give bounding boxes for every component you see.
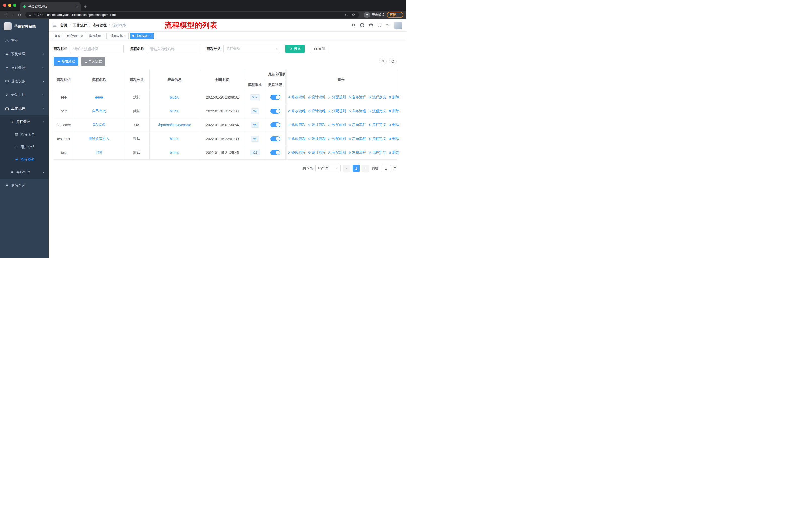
modify-process-link[interactable]: 修改流程 (288, 137, 306, 141)
process-name-link[interactable]: eeee (95, 95, 103, 99)
sidebar-item-请假查询[interactable]: 请假查询 (0, 179, 49, 192)
sidebar-item-系统管理[interactable]: 系统管理 (0, 47, 49, 61)
delete-link[interactable]: 删除 (388, 109, 399, 113)
close-window-button[interactable] (3, 4, 6, 7)
process-definition-link[interactable]: 流程定义 (368, 109, 386, 113)
sidebar-item-流程模型[interactable]: 流程模型 (0, 154, 49, 166)
breadcrumb-item[interactable]: 工作流程 (73, 23, 87, 28)
page-size-select[interactable]: 10条/页 (315, 165, 341, 172)
fullscreen-icon[interactable] (377, 23, 382, 27)
modify-process-link[interactable]: 修改流程 (288, 95, 306, 100)
toggle-search-button[interactable] (379, 58, 387, 65)
process-definition-link[interactable]: 流程定义 (368, 151, 386, 155)
forward-button[interactable] (9, 13, 16, 17)
update-button[interactable]: 更新 (387, 12, 404, 18)
sidebar-item-首页[interactable]: 首页 (0, 34, 49, 47)
process-name-link[interactable]: OA 请假 (93, 123, 106, 127)
process-name-input[interactable] (147, 45, 200, 53)
modify-process-link[interactable]: 修改流程 (288, 151, 306, 155)
back-button[interactable] (2, 13, 9, 17)
design-process-link[interactable]: 设计流程 (308, 151, 326, 155)
tag-首页[interactable]: 首页 (53, 32, 63, 39)
publish-process-link[interactable]: 发布流程 (348, 123, 366, 127)
breadcrumb-item[interactable]: 首页 (60, 23, 67, 28)
address-bar[interactable]: 不安全 dashboard.yudao.iocoder.cn/bpm/manag… (25, 11, 359, 18)
process-name-link[interactable]: 自己审批 (92, 109, 106, 113)
assign-rule-link[interactable]: 分配规则 (328, 151, 346, 155)
close-tab-icon[interactable]: × (76, 4, 78, 8)
goto-page-input[interactable] (381, 165, 391, 172)
assign-rule-link[interactable]: 分配规则 (328, 137, 346, 141)
active-switch[interactable] (270, 109, 281, 114)
publish-process-link[interactable]: 发布流程 (348, 109, 366, 113)
form-info-link[interactable]: biubiu (170, 95, 179, 99)
tag-我的流程[interactable]: 我的流程× (87, 32, 107, 39)
current-page-button[interactable]: 1 (353, 165, 360, 172)
publish-process-link[interactable]: 发布流程 (348, 151, 366, 155)
next-page-button[interactable] (362, 165, 369, 172)
delete-link[interactable]: 删除 (388, 123, 399, 127)
search-button[interactable]: 搜索 (285, 45, 304, 53)
close-icon[interactable]: × (81, 34, 83, 37)
process-key-input[interactable] (70, 45, 123, 53)
delete-link[interactable]: 删除 (388, 95, 399, 100)
publish-process-link[interactable]: 发布流程 (348, 95, 366, 100)
form-info-link[interactable]: biubiu (170, 109, 179, 113)
sidebar-item-任务管理[interactable]: 任务管理 (0, 166, 49, 179)
form-info-link[interactable]: biubiu (170, 151, 179, 155)
user-avatar[interactable] (395, 22, 402, 29)
close-icon[interactable]: × (103, 34, 105, 37)
sidebar-item-工作流程[interactable]: 工作流程 (0, 102, 49, 115)
form-info-link[interactable]: /bpm/oa/leave/create (158, 123, 191, 127)
category-select[interactable]: 流程分类 (223, 45, 280, 53)
font-size-icon[interactable]: TT (386, 23, 390, 27)
design-process-link[interactable]: 设计流程 (308, 137, 326, 141)
active-switch[interactable] (270, 123, 281, 128)
minimize-window-button[interactable] (8, 4, 11, 7)
modify-process-link[interactable]: 修改流程 (288, 109, 306, 113)
reload-button[interactable] (16, 13, 23, 17)
assign-rule-link[interactable]: 分配规则 (328, 123, 346, 127)
sidebar-item-流程表单[interactable]: 流程表单 (0, 128, 49, 141)
active-switch[interactable] (270, 136, 281, 141)
delete-link[interactable]: 删除 (388, 137, 399, 141)
browser-tab[interactable]: 芋道管理系统 × (20, 2, 81, 10)
new-tab-button[interactable] (84, 5, 87, 8)
reset-button[interactable]: 重置 (310, 45, 329, 53)
bookmark-star-icon[interactable] (351, 13, 356, 17)
active-switch[interactable] (270, 95, 281, 100)
tag-流程表单[interactable]: 流程表单× (108, 32, 128, 39)
sidebar-item-基础设施[interactable]: 基础设施 (0, 75, 49, 88)
sidebar-item-流程管理[interactable]: 流程管理 (0, 115, 49, 128)
form-info-link[interactable]: biubiu (170, 137, 179, 141)
sidebar-item-支付管理[interactable]: ¥支付管理 (0, 61, 49, 75)
process-name-link[interactable]: 测试多审批人 (89, 137, 110, 141)
create-process-button[interactable]: 新建流程 (54, 57, 78, 65)
design-process-link[interactable]: 设计流程 (308, 109, 326, 113)
logo-area[interactable]: 芋道管理系统 (0, 19, 49, 34)
assign-rule-link[interactable]: 分配规则 (328, 95, 346, 100)
help-icon[interactable] (369, 23, 373, 27)
delete-link[interactable]: 删除 (388, 151, 399, 155)
active-switch[interactable] (270, 150, 281, 155)
zoom-window-button[interactable] (13, 4, 16, 7)
tag-流程模型[interactable]: 流程模型× (130, 32, 154, 39)
key-icon[interactable] (344, 13, 349, 17)
prev-page-button[interactable] (343, 165, 350, 172)
modify-process-link[interactable]: 修改流程 (288, 123, 306, 127)
process-name-link[interactable]: 滔博 (96, 151, 103, 155)
sidebar-item-研发工具[interactable]: 研发工具 (0, 88, 49, 102)
design-process-link[interactable]: 设计流程 (308, 95, 326, 100)
design-process-link[interactable]: 设计流程 (308, 123, 326, 127)
collapse-sidebar-icon[interactable] (53, 23, 57, 27)
process-definition-link[interactable]: 流程定义 (368, 123, 386, 127)
github-icon[interactable] (360, 23, 365, 27)
search-icon[interactable] (352, 23, 356, 27)
process-definition-link[interactable]: 流程定义 (368, 137, 386, 141)
refresh-table-button[interactable] (389, 58, 397, 65)
sidebar-item-用户分组[interactable]: 用户分组 (0, 141, 49, 154)
close-icon[interactable]: × (149, 34, 151, 37)
process-definition-link[interactable]: 流程定义 (368, 95, 386, 100)
import-process-button[interactable]: 导入流程 (81, 57, 106, 65)
tag-租户管理[interactable]: 租户管理× (65, 32, 85, 39)
